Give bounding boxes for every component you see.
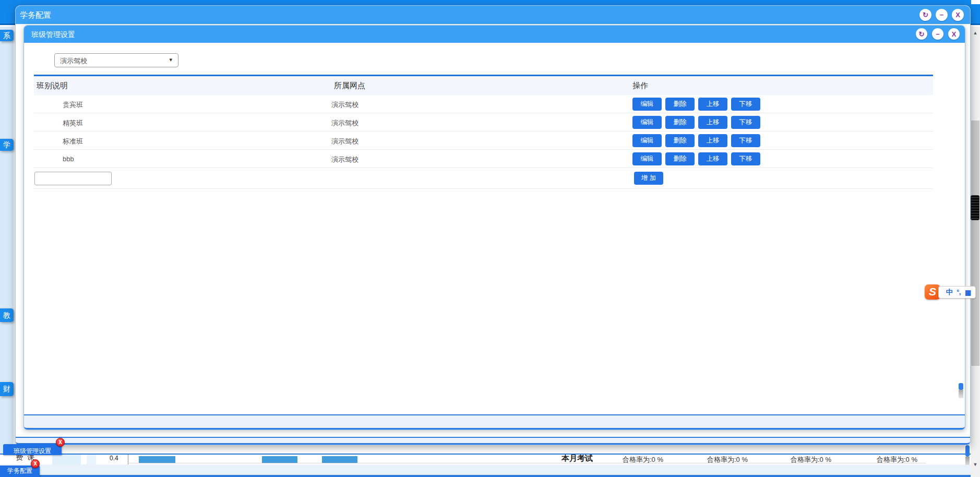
class-name: 标准班 <box>63 137 83 146</box>
window-academic-config: 学务配置 ↻ − X 班级管理设置 ↻ − X 演示驾校 ▾ 班别说明 <box>15 5 971 445</box>
outer-window-footer <box>16 437 970 445</box>
class-name: 精英班 <box>63 118 83 128</box>
delete-button[interactable]: 删除 <box>665 116 695 129</box>
scrollbar-up-icon[interactable]: ▲ <box>971 29 980 37</box>
chart-bar <box>262 456 297 463</box>
pass-rate-text: 合格率为:0 % <box>791 455 831 464</box>
minimize-button[interactable]: − <box>932 28 943 40</box>
move-up-button[interactable]: 上移 <box>698 134 727 147</box>
table-header-row: 班别说明 所属网点 操作 <box>34 76 933 95</box>
column-header-actions: 操作 <box>632 81 648 91</box>
sidebar-item-teaching[interactable]: 教 <box>0 308 14 322</box>
sidebar-item-finance[interactable]: 财 <box>0 382 14 396</box>
ime-punctuation-toggle[interactable]: °, <box>957 289 961 296</box>
move-down-button[interactable]: 下移 <box>731 116 760 129</box>
ime-status-pill: 中 °, ▦ <box>938 286 976 299</box>
scrollbar-down-icon[interactable]: ▼ <box>971 460 980 469</box>
background-sidebar <box>0 27 14 477</box>
inner-scrollbar-track <box>959 390 963 398</box>
background-scrollbar-thumb[interactable] <box>965 445 970 457</box>
edit-button[interactable]: 编辑 <box>632 134 662 147</box>
exam-section-label: 本月考试 <box>561 455 593 463</box>
background-table-cell <box>52 455 82 464</box>
ime-chinese-mode-toggle[interactable]: 中 <box>946 288 953 297</box>
page-scrollbar-track[interactable]: ▲ ▼ <box>971 27 980 477</box>
column-header-branch: 所属网点 <box>334 81 365 91</box>
branch-name: 演示驾校 <box>331 155 358 164</box>
chart-bar <box>322 456 357 463</box>
outer-window-titlebar[interactable]: 学务配置 ↻ − X <box>16 6 970 24</box>
new-class-input[interactable] <box>34 172 112 185</box>
background-bottom-bar <box>0 475 980 477</box>
refresh-button[interactable]: ↻ <box>916 28 927 40</box>
close-button[interactable]: X <box>948 28 960 40</box>
table-row: 标准班 演示驾校 编辑 删除 上移 下移 <box>34 132 933 150</box>
chart-axis-label: 0.4 <box>110 455 118 462</box>
inner-window-body: 演示驾校 ▾ 班别说明 所属网点 操作 贵宾班 演示驾校 编辑 删除 上移 <box>24 43 965 430</box>
delete-button[interactable]: 删除 <box>665 152 695 165</box>
background-scrollbar-track <box>965 457 970 465</box>
window-class-management: 班级管理设置 ↻ − X 演示驾校 ▾ 班别说明 所属网点 操作 贵宾 <box>23 25 965 430</box>
sidebar-item-academic[interactable]: 学 <box>0 139 14 151</box>
ime-toolbar: S 中 °, ▦ <box>925 283 976 300</box>
move-up-button[interactable]: 上移 <box>698 98 727 111</box>
tab-close-badge[interactable]: X <box>31 459 40 468</box>
add-class-row: 增 加 <box>34 168 933 189</box>
class-name: 贵宾班 <box>63 100 83 110</box>
page-scrollbar-thumb[interactable] <box>971 121 979 366</box>
move-down-button[interactable]: 下移 <box>731 98 760 111</box>
move-up-button[interactable]: 上移 <box>698 116 727 129</box>
class-table: 班别说明 所属网点 操作 贵宾班 演示驾校 编辑 删除 上移 下移 精英班 <box>34 75 933 189</box>
edit-button[interactable]: 编辑 <box>632 98 662 111</box>
branch-name: 演示驾校 <box>331 137 358 146</box>
chart-bar <box>139 456 175 463</box>
school-select-value: 演示驾校 <box>60 56 87 66</box>
background-text-fragment: 费 <box>16 455 23 462</box>
taskbar-tab-class-management[interactable]: 班级管理设置 <box>3 444 62 455</box>
branch-name: 演示驾校 <box>331 100 358 110</box>
screen-edge-stripe-widget[interactable] <box>971 195 979 220</box>
table-row: 贵宾班 演示驾校 编辑 删除 上移 下移 <box>34 95 933 113</box>
move-down-button[interactable]: 下移 <box>731 134 760 147</box>
add-button[interactable]: 增 加 <box>634 172 663 185</box>
pass-rate-text: 合格率为:0 % <box>877 455 917 464</box>
tab-close-badge[interactable]: X <box>56 438 65 447</box>
delete-button[interactable]: 删除 <box>665 134 695 147</box>
school-select[interactable]: 演示驾校 ▾ <box>54 53 178 67</box>
inner-window-footer <box>24 414 965 430</box>
table-row: bbb 演示驾校 编辑 删除 上移 下移 <box>34 150 933 168</box>
keyboard-icon[interactable]: ▦ <box>965 289 971 296</box>
inner-window-titlebar[interactable]: 班级管理设置 ↻ − X <box>24 26 965 43</box>
outer-window-title: 学务配置 <box>20 10 51 20</box>
move-up-button[interactable]: 上移 <box>698 152 727 165</box>
chevron-down-icon: ▾ <box>169 56 172 63</box>
edit-button[interactable]: 编辑 <box>632 152 662 165</box>
refresh-button[interactable]: ↻ <box>919 9 931 21</box>
edit-button[interactable]: 编辑 <box>632 116 662 129</box>
background-band <box>0 464 980 475</box>
class-name: bbb <box>63 155 74 163</box>
branch-name: 演示驾校 <box>331 118 358 128</box>
background-table-cell <box>87 455 97 464</box>
inner-window-title: 班级管理设置 <box>31 30 75 40</box>
background-dashboard-strip: 费 课 0.4 本月考试 合格率为:0 % 合格率为:0 % 合格率为:0 % … <box>0 455 971 464</box>
background-header-gap <box>971 0 980 4</box>
sidebar-item-system[interactable]: 系 <box>0 30 14 41</box>
column-header-class: 班别说明 <box>37 81 68 91</box>
delete-button[interactable]: 删除 <box>665 98 695 111</box>
minimize-button[interactable]: − <box>936 9 948 21</box>
move-down-button[interactable]: 下移 <box>731 152 760 165</box>
inner-scrollbar-thumb[interactable] <box>959 383 963 390</box>
pass-rate-text: 合格率为:0 % <box>707 455 748 464</box>
close-button[interactable]: X <box>952 9 964 21</box>
pass-rate-text: 合格率为:0 % <box>623 455 663 464</box>
table-row: 精英班 演示驾校 编辑 删除 上移 下移 <box>34 113 933 132</box>
